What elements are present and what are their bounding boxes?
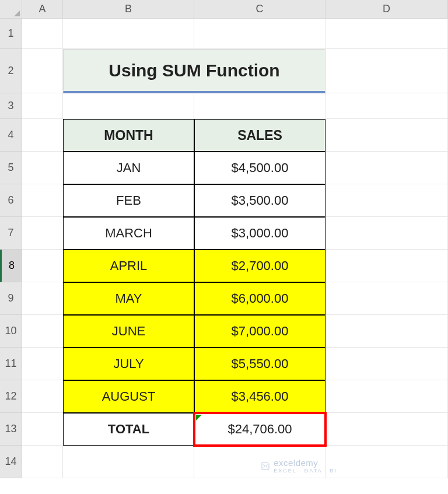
cell-D5[interactable] — [326, 152, 448, 184]
cell-D8[interactable] — [326, 250, 448, 282]
cell-D4[interactable] — [326, 119, 448, 152]
cell-C3[interactable] — [194, 93, 326, 119]
cell-month[interactable]: APRIL — [63, 250, 194, 282]
cell-D10[interactable] — [326, 315, 448, 348]
row-header-14[interactable]: 14 — [0, 446, 22, 478]
cell-month[interactable]: MARCH — [63, 217, 194, 250]
row-header-6[interactable]: 6 — [0, 184, 22, 217]
row-header-2[interactable]: 2 — [0, 49, 22, 93]
cell-B1[interactable] — [63, 19, 194, 49]
watermark: exceldemy EXCEL · DATA · BI — [261, 458, 337, 474]
cell-A14[interactable] — [22, 446, 63, 478]
total-value[interactable]: $24,706.00 — [194, 413, 326, 446]
cell-D14[interactable] — [326, 446, 448, 478]
cell-month[interactable]: FEB — [63, 184, 194, 217]
cell-A1[interactable] — [22, 19, 63, 49]
col-header-A[interactable]: A — [22, 0, 63, 19]
cell-month[interactable]: AUGUST — [63, 380, 194, 413]
cell-A9[interactable] — [22, 282, 63, 315]
row-header-1[interactable]: 1 — [0, 19, 22, 49]
cell-sales[interactable]: $3,000.00 — [194, 217, 326, 250]
cell-sales[interactable]: $3,456.00 — [194, 380, 326, 413]
cell-sales[interactable]: $3,500.00 — [194, 184, 326, 217]
cell-month[interactable]: JULY — [63, 348, 194, 380]
cell-C1[interactable] — [194, 19, 326, 49]
watermark-name: exceldemy — [274, 458, 318, 468]
row-header-13[interactable]: 13 — [0, 413, 22, 446]
cell-D2[interactable] — [326, 49, 448, 93]
col-header-D[interactable]: D — [326, 0, 448, 19]
cell-B14[interactable] — [63, 446, 194, 478]
row-header-9[interactable]: 9 — [0, 282, 22, 315]
row-header-12[interactable]: 12 — [0, 380, 22, 413]
col-header-B[interactable]: B — [63, 0, 194, 19]
cell-A7[interactable] — [22, 217, 63, 250]
header-sales[interactable]: SALES — [194, 119, 326, 152]
cell-A5[interactable] — [22, 152, 63, 184]
cell-month[interactable]: JUNE — [63, 315, 194, 348]
cell-A4[interactable] — [22, 119, 63, 152]
cell-month[interactable]: MAY — [63, 282, 194, 315]
cell-A2[interactable] — [22, 49, 63, 93]
cell-D1[interactable] — [326, 19, 448, 49]
cell-B3[interactable] — [63, 93, 194, 119]
cell-A8[interactable] — [22, 250, 63, 282]
row-header-4[interactable]: 4 — [0, 119, 22, 152]
row-header-5[interactable]: 5 — [0, 152, 22, 184]
cell-sales[interactable]: $6,000.00 — [194, 282, 326, 315]
title-cell[interactable]: Using SUM Function — [63, 49, 326, 93]
watermark-tag: EXCEL · DATA · BI — [274, 468, 337, 474]
cell-D12[interactable] — [326, 380, 448, 413]
cell-A6[interactable] — [22, 184, 63, 217]
cell-sales[interactable]: $5,550.00 — [194, 348, 326, 380]
cell-A3[interactable] — [22, 93, 63, 119]
cell-D11[interactable] — [326, 348, 448, 380]
cell-D6[interactable] — [326, 184, 448, 217]
cell-sales[interactable]: $7,000.00 — [194, 315, 326, 348]
row-header-11[interactable]: 11 — [0, 348, 22, 380]
cell-A13[interactable] — [22, 413, 63, 446]
cell-D9[interactable] — [326, 282, 448, 315]
cell-month[interactable]: JAN — [63, 152, 194, 184]
row-header-3[interactable]: 3 — [0, 93, 22, 119]
col-header-C[interactable]: C — [194, 0, 326, 19]
cell-A11[interactable] — [22, 348, 63, 380]
cell-D13[interactable] — [326, 413, 448, 446]
cell-D7[interactable] — [326, 217, 448, 250]
total-label[interactable]: TOTAL — [63, 413, 194, 446]
row-header-7[interactable]: 7 — [0, 217, 22, 250]
row-header-8[interactable]: 8 — [0, 250, 22, 282]
cell-D3[interactable] — [326, 93, 448, 119]
cell-A12[interactable] — [22, 380, 63, 413]
cell-sales[interactable]: $2,700.00 — [194, 250, 326, 282]
header-month[interactable]: MONTH — [63, 119, 194, 152]
row-header-10[interactable]: 10 — [0, 315, 22, 348]
select-all-corner[interactable] — [0, 0, 22, 19]
excel-icon — [261, 461, 270, 471]
spreadsheet-grid: A B C D 1 2 Using SUM Function 3 4 MONTH… — [0, 0, 448, 478]
cell-A10[interactable] — [22, 315, 63, 348]
cell-sales[interactable]: $4,500.00 — [194, 152, 326, 184]
